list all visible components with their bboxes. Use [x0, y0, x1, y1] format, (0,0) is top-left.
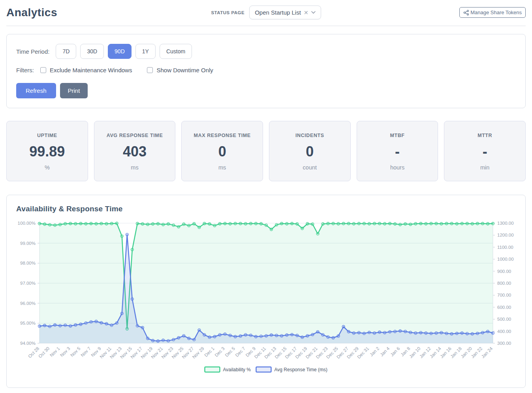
manage-share-tokens-button[interactable]: Manage Share Tokens — [459, 7, 526, 18]
actions-row: Refresh Print — [16, 83, 516, 98]
show-downtime-checkbox[interactable] — [147, 67, 153, 73]
controls-panel: Time Period: 7D 30D 90D 1Y Custom Filter… — [6, 34, 526, 108]
stat-label: AVG RESPONSE TIME — [98, 133, 172, 138]
svg-text:99.00%: 99.00% — [20, 241, 36, 246]
time-period-7d-button[interactable]: 7D — [56, 44, 76, 59]
manage-share-tokens-label: Manage Share Tokens — [470, 9, 522, 15]
svg-text:94.00%: 94.00% — [20, 341, 36, 346]
chevron-down-icon — [311, 11, 316, 14]
filters-label: Filters: — [16, 67, 34, 73]
stat-unit: ms — [185, 164, 259, 171]
svg-text:Nov 7: Nov 7 — [80, 346, 92, 358]
filter-exclude-maintenance[interactable]: Exclude Maintenance Windows — [40, 67, 132, 73]
svg-text:1100.00: 1100.00 — [497, 245, 513, 250]
stat-unit: count — [273, 164, 347, 171]
stat-card-max-response: MAX RESPONSE TIME 0 ms — [181, 121, 263, 181]
svg-text:900.00: 900.00 — [497, 269, 511, 274]
time-period-custom-button[interactable]: Custom — [160, 44, 192, 59]
svg-text:Nov 29: Nov 29 — [192, 346, 205, 359]
svg-text:800.00: 800.00 — [497, 281, 511, 286]
time-period-label: Time Period: — [16, 48, 49, 55]
svg-text:1300.00: 1300.00 — [497, 221, 514, 226]
stat-label: MTTR — [447, 133, 522, 138]
svg-text:Nov 1: Nov 1 — [49, 346, 61, 358]
svg-text:Jan 6: Jan 6 — [389, 346, 400, 357]
svg-text:Avg Response Time (ms): Avg Response Time (ms) — [274, 367, 328, 372]
stat-unit: ms — [98, 164, 172, 171]
legend-item: Avg Response Time (ms) — [256, 367, 328, 372]
stat-unit: % — [10, 164, 85, 171]
stat-unit: hours — [360, 164, 435, 171]
stat-value: - — [360, 143, 435, 160]
stat-card-incidents: INCIDENTS 0 count — [269, 121, 351, 181]
svg-text:Jan 20: Jan 20 — [460, 346, 473, 359]
analytics-page: Analytics STATUS PAGE Open Startup List … — [0, 0, 532, 393]
stat-value: 0 — [273, 143, 347, 160]
time-period-90d-button[interactable]: 90D — [108, 44, 132, 59]
svg-text:Oct 28: Oct 28 — [27, 346, 40, 359]
svg-text:Dec 7: Dec 7 — [235, 346, 246, 358]
stat-card-avg-response: AVG RESPONSE TIME 403 ms — [94, 121, 176, 181]
stat-card-mttr: MTTR - min — [444, 121, 526, 181]
chart-panel: Availability & Response Time 100.00%99.0… — [6, 195, 526, 388]
svg-text:Dec 5: Dec 5 — [224, 346, 236, 358]
time-period-row: Time Period: 7D 30D 90D 1Y Custom — [16, 44, 516, 59]
exclude-maintenance-checkbox[interactable] — [40, 67, 46, 73]
svg-text:95.00%: 95.00% — [20, 321, 36, 325]
page-title: Analytics — [6, 6, 57, 19]
svg-text:Jan 10: Jan 10 — [408, 346, 421, 359]
status-page-selected-value: Open Startup List — [255, 9, 301, 16]
status-page-select[interactable]: Open Startup List ✕ — [249, 6, 321, 19]
status-page-label: STATUS PAGE — [211, 10, 244, 15]
svg-text:Dec 31: Dec 31 — [356, 346, 370, 359]
print-button[interactable]: Print — [60, 83, 88, 98]
time-period-30d-button[interactable]: 30D — [80, 44, 104, 59]
svg-text:Dec 1: Dec 1 — [203, 346, 215, 358]
svg-text:Jan 12: Jan 12 — [419, 346, 432, 359]
svg-text:Jan 4: Jan 4 — [379, 346, 391, 357]
svg-text:Oct 30: Oct 30 — [38, 346, 50, 359]
svg-text:Jan 24: Jan 24 — [481, 346, 494, 359]
stat-label: UPTIME — [10, 133, 85, 138]
stat-card-uptime: UPTIME 99.89 % — [6, 121, 88, 181]
stat-value: 0 — [185, 143, 259, 160]
stat-card-mtbf: MTBF - hours — [357, 121, 438, 181]
svg-text:1000.00: 1000.00 — [497, 257, 514, 261]
stats-row: UPTIME 99.89 % AVG RESPONSE TIME 403 ms … — [6, 121, 526, 181]
stat-unit: min — [447, 164, 522, 171]
svg-text:Jan 16: Jan 16 — [439, 346, 452, 359]
time-period-1y-button[interactable]: 1Y — [135, 44, 156, 59]
svg-text:Nov 5: Nov 5 — [70, 346, 81, 358]
stat-value: - — [447, 143, 522, 160]
legend-item: Availability % — [205, 367, 251, 372]
svg-text:400.00: 400.00 — [497, 329, 511, 334]
filters-row: Filters: Exclude Maintenance Windows Sho… — [16, 67, 516, 73]
svg-text:100.00%: 100.00% — [18, 221, 36, 226]
stat-value: 403 — [98, 143, 172, 160]
refresh-button[interactable]: Refresh — [16, 83, 56, 98]
svg-text:Nov 3: Nov 3 — [59, 346, 71, 358]
svg-text:1200.00: 1200.00 — [497, 233, 514, 237]
svg-text:Jan 22: Jan 22 — [470, 346, 483, 359]
availability-chart: 100.00%99.00%98.00%97.00%96.00%95.00%94.… — [7, 216, 525, 384]
stat-label: INCIDENTS — [273, 133, 347, 138]
filter-show-downtime[interactable]: Show Downtime Only — [147, 67, 213, 73]
clear-icon[interactable]: ✕ — [304, 10, 308, 15]
svg-text:97.00%: 97.00% — [20, 281, 36, 286]
svg-text:98.00%: 98.00% — [20, 261, 36, 265]
stat-label: MAX RESPONSE TIME — [185, 133, 259, 138]
svg-text:Dec 3: Dec 3 — [214, 346, 226, 358]
header: Analytics STATUS PAGE Open Startup List … — [6, 5, 526, 26]
svg-text:Jan 2: Jan 2 — [369, 346, 380, 357]
stat-label: MTBF — [360, 133, 435, 138]
svg-text:Jan 18: Jan 18 — [449, 346, 462, 359]
exclude-maintenance-label: Exclude Maintenance Windows — [50, 67, 132, 73]
chart-title: Availability & Response Time — [16, 205, 525, 213]
share-icon — [463, 10, 469, 15]
svg-text:500.00: 500.00 — [497, 317, 511, 322]
svg-text:96.00%: 96.00% — [20, 301, 36, 306]
stat-value: 99.89 — [10, 143, 85, 160]
svg-text:Availability %: Availability % — [223, 367, 251, 372]
svg-text:700.00: 700.00 — [497, 293, 511, 297]
svg-text:600.00: 600.00 — [497, 305, 511, 310]
